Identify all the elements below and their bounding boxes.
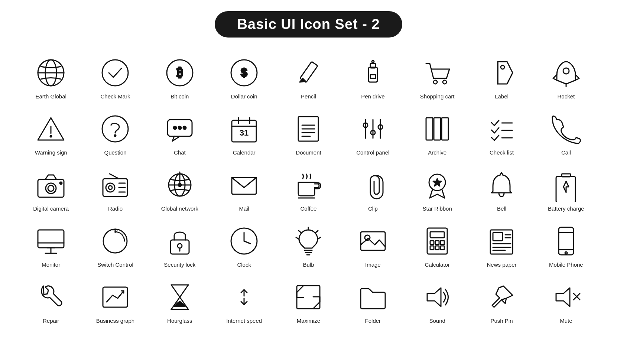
icon-item-calculator: Calculator [405,221,469,273]
svg-point-54 [48,185,54,191]
icon-label-check-mark: Check Mark [100,93,130,100]
icon-item-shopping-cart: Shopping cart [405,52,469,105]
icon-label-pencil: Pencil [301,93,316,100]
svg-rect-104 [441,241,444,244]
icon-item-mobile-phone: Mobile Phone [534,221,598,273]
svg-rect-84 [171,240,189,254]
icon-item-digital-camera: Digital camera [19,165,83,217]
icon-label-radio: Radio [108,205,123,212]
icon-item-archive: Archive [405,108,469,161]
svg-rect-103 [435,241,439,244]
icon-label-question: Question [104,149,126,156]
icon-label-mail: Mail [239,205,249,212]
svg-rect-47 [434,118,441,140]
icon-item-dollar-coin: $ Dollar coin [212,52,276,105]
svg-point-53 [46,183,56,194]
page-title: Basic UI Icon Set - 2 [237,16,380,32]
icon-item-star-ribbon: Star Ribbon [405,165,469,217]
svg-point-27 [173,126,176,129]
svg-line-97 [316,231,318,233]
icon-item-business-graph: Business graph [83,277,147,329]
svg-point-14 [372,61,374,63]
icon-label-bell: Bell [497,205,506,212]
svg-point-15 [433,80,437,84]
icon-item-bulb: Bulb [276,221,341,273]
svg-point-28 [178,126,181,129]
title-bar: Basic UI Icon Set - 2 [215,11,402,38]
icon-item-label: Label [470,52,534,105]
svg-point-18 [501,65,504,69]
svg-rect-107 [441,246,444,250]
svg-line-94 [318,237,321,239]
icon-label-bit-coin: Bit coin [171,93,189,100]
svg-point-23 [50,136,52,137]
icon-label-repair: Repair [43,318,59,324]
svg-rect-77 [562,174,571,177]
icon-item-push-pin: Push Pin [470,277,534,329]
svg-rect-105 [430,246,434,250]
icon-label-control-panel: Control panel [356,149,389,156]
svg-marker-71 [433,179,441,186]
svg-rect-78 [38,230,64,248]
icon-item-monitor: Monitor [19,221,83,273]
icon-item-switch-control: Switch Control [83,221,147,273]
icon-label-bulb: Bulb [303,261,314,268]
icon-label-calculator: Calculator [425,261,450,268]
icon-item-global-network: Global network [147,165,212,217]
svg-rect-102 [430,241,434,244]
icon-item-folder: Folder [341,277,405,329]
svg-point-25 [114,135,116,136]
icon-item-mail: Mail [212,165,276,217]
svg-point-55 [60,182,62,184]
icon-item-maximize: Maximize [276,277,341,329]
icon-label-switch-control: Switch Control [97,261,133,268]
svg-rect-109 [493,233,503,241]
svg-point-29 [183,126,186,129]
icon-label-business-graph: Business graph [96,318,134,324]
icon-label-rocket: Rocket [557,93,575,100]
icon-item-warning-sign: Warning sign [19,108,83,161]
icon-item-call: Call [534,108,598,161]
icon-item-hourglass: Hourglass [147,277,212,329]
icon-item-rocket: Rocket [534,52,598,105]
icon-label-earth-global: Earth Global [35,93,66,100]
svg-rect-106 [435,246,439,250]
svg-rect-12 [370,75,376,78]
icon-label-sound: Sound [429,318,445,324]
icon-item-mute: Mute [534,277,598,329]
icon-label-digital-camera: Digital camera [33,205,69,212]
icon-label-dollar-coin: Dollar coin [231,93,257,100]
svg-marker-127 [556,288,570,306]
icon-label-mute: Mute [560,318,572,324]
svg-rect-115 [559,227,574,255]
svg-point-85 [178,244,182,248]
svg-line-89 [244,241,250,244]
icon-label-clock: Clock [237,261,251,268]
icon-item-clock: Clock [212,221,276,273]
icon-label-clip: Clip [368,205,378,212]
svg-point-118 [565,252,567,254]
icon-item-pencil: Pencil [276,52,341,105]
icon-item-clip: Clip [341,165,405,217]
icon-label-document: Document [296,149,321,156]
icon-label-chat: Chat [174,149,186,156]
icon-label-warning-sign: Warning sign [35,149,67,156]
icon-label-folder: Folder [365,318,381,324]
icon-label-hourglass: Hourglass [167,318,192,324]
svg-point-58 [108,186,112,189]
svg-line-96 [299,231,301,233]
icon-label-monitor: Monitor [42,261,60,268]
icon-label-maximize: Maximize [297,318,320,324]
svg-line-93 [296,237,299,239]
icon-item-bell: Bell [470,165,534,217]
icon-item-pen-drive: Pen drive [341,52,405,105]
svg-text:₿: ₿ [177,66,183,79]
icon-label-shopping-cart: Shopping cart [420,93,455,100]
icon-item-document: Document [276,108,341,161]
icon-label-mobile-phone: Mobile Phone [549,261,583,268]
icon-item-calendar: 31 Calendar [212,108,276,161]
icon-label-global-network: Global network [161,205,198,212]
svg-rect-48 [442,118,448,140]
icon-item-repair: Repair [19,277,83,329]
icon-item-question: Question [83,108,147,161]
